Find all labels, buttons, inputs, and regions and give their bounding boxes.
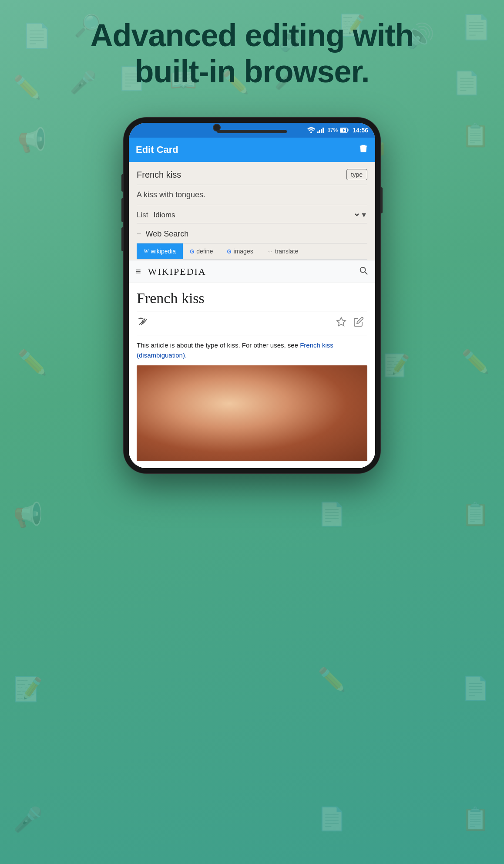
web-search-collapse-icon[interactable]: − (137, 230, 141, 239)
deco-icon: 📋 (461, 806, 490, 832)
tab-define-label: define (196, 248, 213, 255)
wikipedia-browser: ≡ Wikipedia French kiss (129, 260, 375, 468)
edit-card-form: type List Idioms ▼ − Web Search (129, 162, 375, 260)
header-title-line2: built-in browser. (134, 54, 369, 89)
front-field-input[interactable] (137, 170, 346, 180)
wifi-icon (307, 127, 315, 133)
status-time: 14:56 (353, 127, 368, 134)
svg-point-8 (360, 267, 366, 273)
deco-icon: 📝 (383, 353, 410, 378)
article-title: French kiss (137, 290, 367, 307)
deco-icon: 📄 (318, 501, 346, 527)
type-badge[interactable]: type (346, 169, 367, 180)
wikipedia-article: French kiss (129, 283, 375, 468)
phone-screen: 87% 14:56 Edit Card (129, 123, 375, 468)
list-row: List Idioms ▼ (137, 205, 367, 223)
delete-icon[interactable] (359, 144, 368, 156)
article-image (137, 365, 367, 461)
wikipedia-menu-icon[interactable]: ≡ (136, 267, 141, 277)
list-select[interactable]: Idioms (151, 210, 360, 219)
app-bar: Edit Card (129, 138, 375, 162)
signal-icon (317, 127, 325, 133)
phone-mockup: 87% 14:56 Edit Card (124, 118, 380, 473)
deco-icon: 🎤 (13, 806, 43, 834)
deco-icon: 📋 (461, 501, 490, 527)
tab-translate-label: translate (275, 248, 299, 255)
svg-point-0 (310, 132, 312, 133)
phone-speaker (217, 130, 287, 133)
phone-body: 87% 14:56 Edit Card (124, 118, 380, 473)
article-image-inner (137, 365, 367, 461)
wikipedia-top-bar: ≡ Wikipedia (129, 260, 375, 283)
svg-rect-4 (323, 128, 324, 133)
back-field-input[interactable] (137, 190, 367, 199)
svg-rect-6 (348, 129, 349, 132)
deco-icon: 📄 (318, 806, 346, 832)
define-tab-icon: G (190, 248, 194, 255)
phone-camera-button (121, 227, 124, 251)
article-edit-icon[interactable] (350, 315, 367, 331)
app-bar-title: Edit Card (136, 144, 178, 155)
status-icons: 87% 14:56 (307, 127, 368, 134)
list-label: List (137, 211, 148, 219)
deco-icon: 📢 (13, 501, 43, 529)
article-actions (137, 311, 367, 335)
svg-line-9 (365, 272, 367, 274)
tab-wikipedia[interactable]: W wikipedia (137, 243, 183, 259)
header-title: Advanced editing with built-in browser. (35, 17, 469, 90)
svg-rect-2 (319, 130, 320, 133)
battery-icon (340, 128, 349, 133)
deco-icon: 📝 (13, 675, 43, 703)
phone-volume-down (121, 198, 124, 222)
header-section: Advanced editing with built-in browser. (0, 17, 504, 90)
translate-tab-icon: ↔ (267, 248, 273, 255)
tab-translate[interactable]: ↔ translate (260, 243, 306, 259)
article-star-icon[interactable] (333, 315, 350, 331)
wikipedia-search-icon[interactable] (359, 266, 368, 277)
tab-define[interactable]: G define (183, 243, 220, 259)
front-field-row: type (137, 169, 367, 185)
web-search-header: − Web Search (137, 223, 367, 243)
wikipedia-logo: Wikipedia (148, 266, 352, 277)
back-field-row (137, 185, 367, 205)
deco-icon: ✏️ (318, 666, 346, 693)
phone-power-button (380, 187, 383, 213)
tab-images[interactable]: G images (220, 243, 260, 259)
header-title-line1: Advanced editing with (90, 18, 413, 53)
battery-percentage: 87% (327, 127, 338, 133)
deco-icon: ✏️ (461, 348, 490, 375)
deco-icon: 📄 (461, 675, 490, 702)
tab-wikipedia-label: wikipedia (151, 248, 176, 255)
browser-tabs: W wikipedia G define G images ↔ translat… (137, 243, 367, 260)
article-description: This article is about the type of kiss. … (137, 341, 367, 360)
svg-rect-3 (321, 129, 322, 133)
svg-marker-10 (337, 317, 346, 326)
wikipedia-tab-icon: W (144, 248, 149, 255)
deco-icon: 📢 (17, 126, 47, 154)
svg-rect-1 (317, 132, 319, 133)
article-translate-icon[interactable] (137, 316, 148, 330)
phone-volume-up (121, 174, 124, 192)
deco-icon: ✏️ (17, 348, 47, 377)
tab-images-label: images (234, 248, 253, 255)
deco-icon: 📋 (461, 122, 490, 148)
web-search-title: Web Search (146, 230, 189, 239)
images-tab-icon: G (227, 248, 231, 255)
dropdown-arrow-icon: ▼ (360, 211, 367, 219)
